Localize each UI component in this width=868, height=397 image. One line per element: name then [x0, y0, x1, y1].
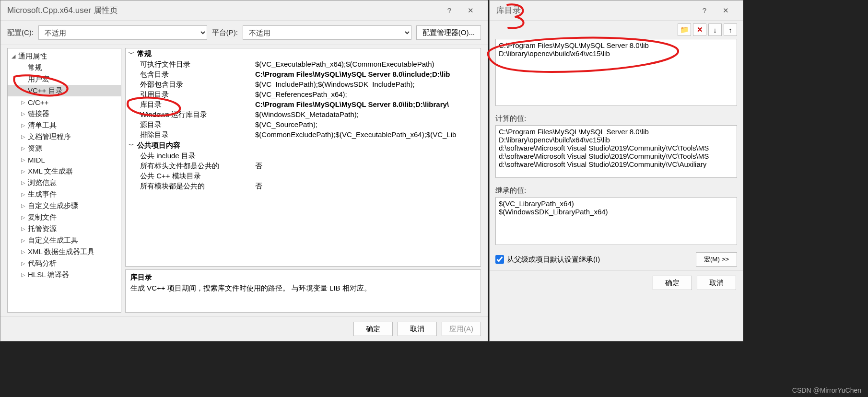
- tree-item[interactable]: ▷资源: [8, 142, 121, 154]
- property-value: $(VC_IncludePath);$(WindowsSDK_IncludePa…: [255, 80, 481, 89]
- property-key: 公共 include 目录: [140, 152, 255, 161]
- cancel-button[interactable]: 取消: [398, 322, 437, 336]
- property-row[interactable]: 所有模块都是公共的否: [126, 181, 481, 191]
- ok-button[interactable]: 确定: [353, 322, 393, 336]
- property-row[interactable]: 所有标头文件都是公共的否: [126, 161, 481, 171]
- config-row: 配置(C): 不适用 平台(P): 不适用 配置管理器(O)...: [0, 21, 488, 45]
- property-page-dialog: Microsoft.Cpp.x64.user 属性页 ? ✕ 配置(C): 不适…: [0, 0, 488, 341]
- property-row[interactable]: 公共 include 目录: [126, 151, 481, 161]
- config-select[interactable]: 不适用: [38, 25, 207, 40]
- inherit-checkbox-label[interactable]: 从父级或项目默认设置继承(I): [495, 255, 600, 264]
- delete-icon[interactable]: ✕: [693, 23, 706, 36]
- property-key: 公共 C++ 模块目录: [140, 172, 255, 181]
- description-title: 库目录: [130, 273, 476, 282]
- footer: 确定 取消 应用(A): [0, 316, 488, 341]
- property-row[interactable]: 包含目录C:\Program Files\MySQL\MySQL Server …: [126, 70, 481, 80]
- property-row[interactable]: Windows 运行库目录$(WindowsSDK_MetadataPath);: [126, 110, 481, 120]
- property-key: 库目录: [140, 100, 255, 109]
- description-box: 库目录 生成 VC++ 项目期间，搜索库文件时使用的路径。 与环境变量 LIB …: [125, 269, 481, 313]
- tree-item[interactable]: ▷文档管理程序: [8, 131, 121, 142]
- property-key: 所有模块都是公共的: [140, 182, 255, 191]
- tree-item[interactable]: ▷代码分析: [8, 257, 121, 269]
- tree-item[interactable]: VC++ 目录: [8, 85, 121, 96]
- property-key: 排除目录: [140, 130, 255, 140]
- tree-item[interactable]: 常规: [8, 62, 121, 73]
- property-key: 包含目录: [140, 70, 255, 79]
- config-label: 配置(C):: [7, 28, 34, 37]
- config-manager-button[interactable]: 配置管理器(O)...: [416, 25, 481, 40]
- move-up-icon[interactable]: ↑: [724, 23, 737, 36]
- tree-item[interactable]: ▷生成事件: [8, 188, 121, 200]
- property-row[interactable]: 外部包含目录$(VC_IncludePath);$(WindowsSDK_Inc…: [126, 80, 481, 90]
- macro-button[interactable]: 宏(M) >>: [696, 252, 737, 267]
- help-button[interactable]: ?: [439, 3, 460, 18]
- footer: 确定 取消: [490, 270, 743, 295]
- property-key: 源目录: [140, 120, 255, 129]
- close-button[interactable]: ✕: [460, 3, 481, 18]
- tree-item[interactable]: ▷自定义生成工具: [8, 234, 121, 246]
- paths-input[interactable]: [495, 39, 737, 106]
- property-value: $(VC_SourcePath);: [255, 120, 481, 129]
- property-key: 所有标头文件都是公共的: [140, 162, 255, 171]
- move-down-icon[interactable]: ↓: [708, 23, 722, 36]
- computed-list: [495, 125, 737, 178]
- library-dir-dialog: 库目录 ? ✕ 📁 ✕ ↓ ↑ 计算的值: 继承的值: 从父级或项目默认设置继承…: [489, 0, 743, 341]
- category-tree[interactable]: ◢通用属性常规用户宏VC++ 目录▷C/C++▷链接器▷清单工具▷文档管理程序▷…: [7, 48, 121, 313]
- tree-item[interactable]: ▷MIDL: [8, 154, 121, 165]
- property-value: [255, 172, 481, 181]
- ok-button[interactable]: 确定: [653, 276, 692, 290]
- close-button[interactable]: ✕: [715, 3, 736, 18]
- tree-item[interactable]: ▷清单工具: [8, 119, 121, 131]
- property-panel: ﹀常规可执行文件目录$(VC_ExecutablePath_x64);$(Com…: [125, 48, 481, 313]
- property-value: $(VC_ReferencesPath_x64);: [255, 90, 481, 99]
- property-value: [255, 152, 481, 161]
- tree-item[interactable]: ▷复制文件: [8, 211, 121, 223]
- property-row[interactable]: 引用目录$(VC_ReferencesPath_x64);: [126, 90, 481, 100]
- property-value: $(VC_ExecutablePath_x64);$(CommonExecuta…: [255, 60, 481, 69]
- window-title: 库目录: [496, 5, 694, 16]
- property-row[interactable]: 排除目录$(CommonExcludePath);$(VC_Executable…: [126, 130, 481, 140]
- property-group[interactable]: ﹀公共项目内容: [126, 140, 481, 151]
- property-row[interactable]: 可执行文件目录$(VC_ExecutablePath_x64);$(Common…: [126, 59, 481, 70]
- property-key: Windows 运行库目录: [140, 110, 255, 119]
- property-key: 可执行文件目录: [140, 60, 255, 69]
- platform-label: 平台(P):: [212, 28, 238, 37]
- tree-item[interactable]: ▷自定义生成步骤: [8, 200, 121, 211]
- computed-label: 计算的值:: [495, 114, 737, 123]
- property-grid[interactable]: ﹀常规可执行文件目录$(VC_ExecutablePath_x64);$(Com…: [125, 48, 481, 267]
- inherit-text: 从父级或项目默认设置继承(I): [507, 255, 600, 264]
- watermark: CSDN @MirrorYuChen: [792, 386, 861, 394]
- help-button[interactable]: ?: [694, 3, 715, 18]
- window-title: Microsoft.Cpp.x64.user 属性页: [7, 5, 439, 16]
- property-value: 否: [255, 182, 481, 191]
- tree-item[interactable]: ▷XML 数据生成器工具: [8, 246, 121, 257]
- titlebar: Microsoft.Cpp.x64.user 属性页 ? ✕: [0, 0, 488, 21]
- tree-item[interactable]: 用户宏: [8, 73, 121, 85]
- property-group[interactable]: ﹀常规: [126, 48, 481, 59]
- property-row[interactable]: 源目录$(VC_SourcePath);: [126, 120, 481, 130]
- property-key: 外部包含目录: [140, 80, 255, 89]
- tree-item[interactable]: ▷XML 文生成器: [8, 165, 121, 177]
- property-value: C:\Program Files\MySQL\MySQL Server 8.0\…: [255, 70, 481, 79]
- toolbar: 📁 ✕ ↓ ↑: [490, 21, 743, 37]
- cancel-button[interactable]: 取消: [697, 276, 736, 290]
- new-folder-icon[interactable]: 📁: [678, 23, 691, 36]
- inherit-row: 从父级或项目默认设置继承(I) 宏(M) >>: [490, 248, 743, 270]
- property-key: 引用目录: [140, 90, 255, 99]
- inherited-label: 继承的值:: [495, 186, 737, 195]
- property-row[interactable]: 公共 C++ 模块目录: [126, 171, 481, 181]
- tree-item[interactable]: ▷链接器: [8, 108, 121, 119]
- property-value: $(CommonExcludePath);$(VC_ExecutablePath…: [255, 130, 481, 140]
- tree-item[interactable]: ▷浏览信息: [8, 177, 121, 188]
- tree-item[interactable]: ▷HLSL 编译器: [8, 269, 121, 280]
- inherit-checkbox[interactable]: [495, 255, 504, 264]
- tree-root[interactable]: ◢通用属性: [8, 50, 121, 62]
- tree-item[interactable]: ▷托管资源: [8, 223, 121, 234]
- property-value: C:\Program Files\MySQL\MySQL Server 8.0\…: [255, 100, 481, 109]
- property-row[interactable]: 库目录C:\Program Files\MySQL\MySQL Server 8…: [126, 100, 481, 110]
- tree-item[interactable]: ▷C/C++: [8, 96, 121, 108]
- apply-button[interactable]: 应用(A): [442, 322, 481, 336]
- platform-select[interactable]: 不适用: [243, 25, 411, 40]
- description-text: 生成 VC++ 项目期间，搜索库文件时使用的路径。 与环境变量 LIB 相对应。: [130, 284, 476, 293]
- titlebar: 库目录 ? ✕: [490, 0, 743, 21]
